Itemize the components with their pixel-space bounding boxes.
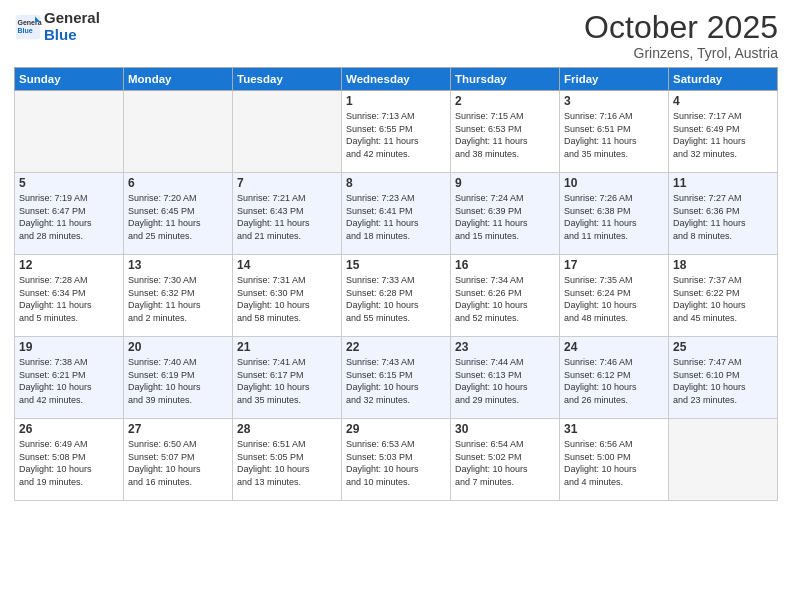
day-number: 7 <box>237 176 337 190</box>
header-saturday: Saturday <box>669 68 778 91</box>
calendar-location: Grinzens, Tyrol, Austria <box>584 45 778 61</box>
table-row: 10Sunrise: 7:26 AM Sunset: 6:38 PM Dayli… <box>560 173 669 255</box>
table-row: 28Sunrise: 6:51 AM Sunset: 5:05 PM Dayli… <box>233 419 342 501</box>
day-number: 28 <box>237 422 337 436</box>
day-info: Sunrise: 7:28 AM Sunset: 6:34 PM Dayligh… <box>19 274 119 324</box>
table-row: 19Sunrise: 7:38 AM Sunset: 6:21 PM Dayli… <box>15 337 124 419</box>
day-info: Sunrise: 7:13 AM Sunset: 6:55 PM Dayligh… <box>346 110 446 160</box>
table-row: 16Sunrise: 7:34 AM Sunset: 6:26 PM Dayli… <box>451 255 560 337</box>
svg-text:Blue: Blue <box>18 27 33 34</box>
day-number: 26 <box>19 422 119 436</box>
day-info: Sunrise: 7:27 AM Sunset: 6:36 PM Dayligh… <box>673 192 773 242</box>
day-number: 5 <box>19 176 119 190</box>
day-number: 11 <box>673 176 773 190</box>
day-number: 30 <box>455 422 555 436</box>
logo-general-text: General <box>44 10 100 27</box>
day-number: 24 <box>564 340 664 354</box>
table-row: 5Sunrise: 7:19 AM Sunset: 6:47 PM Daylig… <box>15 173 124 255</box>
table-row: 14Sunrise: 7:31 AM Sunset: 6:30 PM Dayli… <box>233 255 342 337</box>
calendar-week-row: 19Sunrise: 7:38 AM Sunset: 6:21 PM Dayli… <box>15 337 778 419</box>
day-info: Sunrise: 7:43 AM Sunset: 6:15 PM Dayligh… <box>346 356 446 406</box>
day-info: Sunrise: 6:53 AM Sunset: 5:03 PM Dayligh… <box>346 438 446 488</box>
day-number: 1 <box>346 94 446 108</box>
day-info: Sunrise: 7:34 AM Sunset: 6:26 PM Dayligh… <box>455 274 555 324</box>
table-row: 29Sunrise: 6:53 AM Sunset: 5:03 PM Dayli… <box>342 419 451 501</box>
day-number: 8 <box>346 176 446 190</box>
calendar-table: Sunday Monday Tuesday Wednesday Thursday… <box>14 67 778 501</box>
day-info: Sunrise: 7:26 AM Sunset: 6:38 PM Dayligh… <box>564 192 664 242</box>
day-info: Sunrise: 7:46 AM Sunset: 6:12 PM Dayligh… <box>564 356 664 406</box>
day-info: Sunrise: 7:35 AM Sunset: 6:24 PM Dayligh… <box>564 274 664 324</box>
calendar-week-row: 26Sunrise: 6:49 AM Sunset: 5:08 PM Dayli… <box>15 419 778 501</box>
table-row: 3Sunrise: 7:16 AM Sunset: 6:51 PM Daylig… <box>560 91 669 173</box>
day-info: Sunrise: 7:33 AM Sunset: 6:28 PM Dayligh… <box>346 274 446 324</box>
table-row: 6Sunrise: 7:20 AM Sunset: 6:45 PM Daylig… <box>124 173 233 255</box>
calendar-week-row: 1Sunrise: 7:13 AM Sunset: 6:55 PM Daylig… <box>15 91 778 173</box>
table-row: 20Sunrise: 7:40 AM Sunset: 6:19 PM Dayli… <box>124 337 233 419</box>
header-tuesday: Tuesday <box>233 68 342 91</box>
table-row: 11Sunrise: 7:27 AM Sunset: 6:36 PM Dayli… <box>669 173 778 255</box>
day-number: 2 <box>455 94 555 108</box>
day-number: 31 <box>564 422 664 436</box>
table-row: 17Sunrise: 7:35 AM Sunset: 6:24 PM Dayli… <box>560 255 669 337</box>
day-number: 25 <box>673 340 773 354</box>
header-sunday: Sunday <box>15 68 124 91</box>
day-info: Sunrise: 6:50 AM Sunset: 5:07 PM Dayligh… <box>128 438 228 488</box>
day-number: 3 <box>564 94 664 108</box>
day-number: 23 <box>455 340 555 354</box>
day-info: Sunrise: 7:24 AM Sunset: 6:39 PM Dayligh… <box>455 192 555 242</box>
day-number: 9 <box>455 176 555 190</box>
header-friday: Friday <box>560 68 669 91</box>
day-info: Sunrise: 6:56 AM Sunset: 5:00 PM Dayligh… <box>564 438 664 488</box>
table-row <box>233 91 342 173</box>
table-row: 7Sunrise: 7:21 AM Sunset: 6:43 PM Daylig… <box>233 173 342 255</box>
table-row: 31Sunrise: 6:56 AM Sunset: 5:00 PM Dayli… <box>560 419 669 501</box>
day-number: 13 <box>128 258 228 272</box>
day-info: Sunrise: 7:30 AM Sunset: 6:32 PM Dayligh… <box>128 274 228 324</box>
table-row: 21Sunrise: 7:41 AM Sunset: 6:17 PM Dayli… <box>233 337 342 419</box>
day-number: 4 <box>673 94 773 108</box>
day-info: Sunrise: 7:19 AM Sunset: 6:47 PM Dayligh… <box>19 192 119 242</box>
table-row <box>669 419 778 501</box>
day-number: 21 <box>237 340 337 354</box>
day-number: 20 <box>128 340 228 354</box>
table-row: 30Sunrise: 6:54 AM Sunset: 5:02 PM Dayli… <box>451 419 560 501</box>
day-number: 12 <box>19 258 119 272</box>
logo: General Blue General Blue <box>14 10 100 43</box>
day-number: 10 <box>564 176 664 190</box>
day-info: Sunrise: 6:49 AM Sunset: 5:08 PM Dayligh… <box>19 438 119 488</box>
day-info: Sunrise: 7:41 AM Sunset: 6:17 PM Dayligh… <box>237 356 337 406</box>
table-row: 27Sunrise: 6:50 AM Sunset: 5:07 PM Dayli… <box>124 419 233 501</box>
day-number: 14 <box>237 258 337 272</box>
day-number: 27 <box>128 422 228 436</box>
day-info: Sunrise: 6:54 AM Sunset: 5:02 PM Dayligh… <box>455 438 555 488</box>
header-wednesday: Wednesday <box>342 68 451 91</box>
calendar-header-row: Sunday Monday Tuesday Wednesday Thursday… <box>15 68 778 91</box>
logo-blue-text: Blue <box>44 27 100 44</box>
calendar-week-row: 12Sunrise: 7:28 AM Sunset: 6:34 PM Dayli… <box>15 255 778 337</box>
day-info: Sunrise: 7:31 AM Sunset: 6:30 PM Dayligh… <box>237 274 337 324</box>
day-number: 22 <box>346 340 446 354</box>
day-info: Sunrise: 7:17 AM Sunset: 6:49 PM Dayligh… <box>673 110 773 160</box>
day-info: Sunrise: 7:21 AM Sunset: 6:43 PM Dayligh… <box>237 192 337 242</box>
day-number: 19 <box>19 340 119 354</box>
table-row: 12Sunrise: 7:28 AM Sunset: 6:34 PM Dayli… <box>15 255 124 337</box>
calendar-week-row: 5Sunrise: 7:19 AM Sunset: 6:47 PM Daylig… <box>15 173 778 255</box>
day-info: Sunrise: 7:44 AM Sunset: 6:13 PM Dayligh… <box>455 356 555 406</box>
table-row: 13Sunrise: 7:30 AM Sunset: 6:32 PM Dayli… <box>124 255 233 337</box>
day-info: Sunrise: 7:16 AM Sunset: 6:51 PM Dayligh… <box>564 110 664 160</box>
day-info: Sunrise: 7:40 AM Sunset: 6:19 PM Dayligh… <box>128 356 228 406</box>
table-row: 2Sunrise: 7:15 AM Sunset: 6:53 PM Daylig… <box>451 91 560 173</box>
table-row: 15Sunrise: 7:33 AM Sunset: 6:28 PM Dayli… <box>342 255 451 337</box>
table-row <box>15 91 124 173</box>
header-monday: Monday <box>124 68 233 91</box>
table-row: 1Sunrise: 7:13 AM Sunset: 6:55 PM Daylig… <box>342 91 451 173</box>
table-row: 24Sunrise: 7:46 AM Sunset: 6:12 PM Dayli… <box>560 337 669 419</box>
table-row: 22Sunrise: 7:43 AM Sunset: 6:15 PM Dayli… <box>342 337 451 419</box>
table-row: 4Sunrise: 7:17 AM Sunset: 6:49 PM Daylig… <box>669 91 778 173</box>
calendar-month-year: October 2025 <box>584 10 778 45</box>
calendar-title-block: October 2025 Grinzens, Tyrol, Austria <box>584 10 778 61</box>
table-row: 26Sunrise: 6:49 AM Sunset: 5:08 PM Dayli… <box>15 419 124 501</box>
day-number: 6 <box>128 176 228 190</box>
table-row: 9Sunrise: 7:24 AM Sunset: 6:39 PM Daylig… <box>451 173 560 255</box>
